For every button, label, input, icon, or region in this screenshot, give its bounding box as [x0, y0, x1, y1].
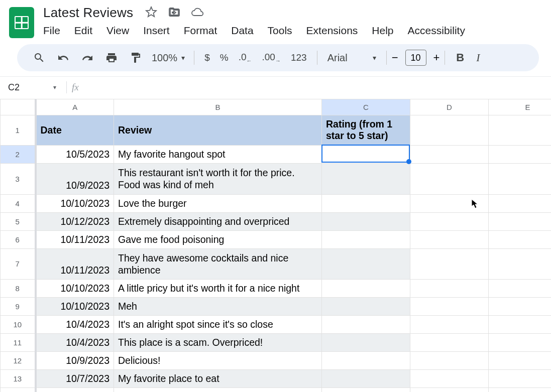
menu-insert[interactable]: Insert — [143, 25, 170, 37]
cell[interactable] — [410, 388, 489, 392]
percent-format-button[interactable]: % — [215, 52, 234, 63]
cell[interactable]: It's an alright spot since it's so close — [114, 316, 322, 334]
menu-tools[interactable]: Tools — [268, 25, 292, 37]
row-header[interactable]: 14 — [1, 388, 36, 392]
cell[interactable] — [322, 298, 410, 316]
cell[interactable] — [410, 115, 489, 146]
cell[interactable]: Love the burger — [114, 194, 322, 212]
cell[interactable]: 10/9/2023 — [36, 163, 114, 194]
row-header[interactable]: 9 — [1, 298, 36, 316]
cell[interactable] — [489, 388, 552, 392]
star-icon[interactable] — [145, 6, 157, 20]
cloud-status-icon[interactable] — [191, 6, 203, 20]
menu-edit[interactable]: Edit — [74, 25, 92, 37]
cell[interactable] — [114, 388, 322, 392]
cell[interactable]: 10/5/2023 — [36, 145, 114, 163]
row-header[interactable]: 1 — [1, 115, 36, 146]
row-header[interactable]: 2 — [1, 145, 36, 163]
cell[interactable] — [410, 352, 489, 370]
menu-view[interactable]: View — [106, 25, 129, 37]
cell[interactable] — [410, 280, 489, 298]
name-box[interactable]: C2▾ — [6, 79, 61, 96]
cell[interactable]: Meh — [114, 298, 322, 316]
cell[interactable] — [489, 280, 552, 298]
cell[interactable] — [489, 230, 552, 248]
cell[interactable] — [489, 115, 552, 146]
cell[interactable] — [322, 145, 410, 163]
row-header[interactable]: 5 — [1, 212, 36, 230]
col-header-B[interactable]: B — [114, 99, 322, 115]
cell[interactable] — [322, 163, 410, 194]
cell[interactable] — [322, 194, 410, 212]
cell[interactable] — [322, 212, 410, 230]
col-header-E[interactable]: E — [489, 99, 552, 115]
cell[interactable]: Delicious! — [114, 352, 322, 370]
cell[interactable]: 10/12/2023 — [36, 212, 114, 230]
cell[interactable]: 10/10/2023 — [36, 298, 114, 316]
cell[interactable]: 10/7/2023 — [36, 370, 114, 388]
cell[interactable]: 10/4/2023 — [36, 316, 114, 334]
cell[interactable] — [36, 388, 114, 392]
increase-decimal-button[interactable]: .00→ — [257, 52, 286, 64]
search-icon[interactable] — [27, 48, 51, 68]
cell[interactable] — [410, 298, 489, 316]
cell[interactable] — [489, 316, 552, 334]
row-header[interactable]: 11 — [1, 334, 36, 352]
row-header[interactable]: 13 — [1, 370, 36, 388]
undo-icon[interactable] — [51, 48, 75, 68]
cell[interactable]: They have awesome cocktails and nice amb… — [114, 248, 322, 280]
cell[interactable] — [322, 352, 410, 370]
menu-file[interactable]: File — [43, 25, 60, 37]
spreadsheet-grid[interactable]: A B C D E 1 Date Review Rating (from 1 s… — [0, 99, 551, 392]
cell[interactable] — [489, 163, 552, 194]
menu-help[interactable]: Help — [372, 25, 393, 37]
cell[interactable]: A little pricy but it's worth it for a n… — [114, 280, 322, 298]
cell[interactable] — [322, 370, 410, 388]
sheets-app-icon[interactable] — [9, 7, 34, 38]
col-header-D[interactable]: D — [410, 99, 489, 115]
redo-icon[interactable] — [75, 48, 99, 68]
cell[interactable] — [410, 163, 489, 194]
row-header[interactable]: 4 — [1, 194, 36, 212]
cell[interactable]: 10/11/2023 — [36, 230, 114, 248]
increase-font-size-button[interactable]: + — [433, 51, 440, 64]
cell[interactable] — [410, 334, 489, 352]
currency-format-button[interactable]: $ — [199, 52, 215, 63]
cell[interactable] — [322, 334, 410, 352]
cell[interactable]: Date — [36, 115, 114, 146]
menu-accessibility[interactable]: Accessibility — [408, 25, 465, 37]
cell[interactable] — [322, 316, 410, 334]
document-title[interactable]: Latest Reviews — [43, 5, 133, 21]
cell[interactable] — [410, 248, 489, 280]
menu-data[interactable]: Data — [231, 25, 253, 37]
cell[interactable] — [410, 316, 489, 334]
cell[interactable] — [489, 194, 552, 212]
cell[interactable] — [489, 145, 552, 163]
cell[interactable] — [410, 194, 489, 212]
cell[interactable]: Review — [114, 115, 322, 146]
decrease-font-size-button[interactable]: − — [392, 51, 398, 64]
cell[interactable] — [489, 370, 552, 388]
row-header[interactable]: 3 — [1, 163, 36, 194]
cell[interactable] — [322, 280, 410, 298]
cell[interactable] — [489, 298, 552, 316]
cell[interactable]: This place is a scam. Overpriced! — [114, 334, 322, 352]
row-header[interactable]: 6 — [1, 230, 36, 248]
cell[interactable]: 10/11/2023 — [36, 248, 114, 280]
col-header-A[interactable]: A — [36, 99, 114, 115]
row-header[interactable]: 12 — [1, 352, 36, 370]
cell[interactable] — [410, 230, 489, 248]
cell[interactable]: Extremely disappointing and overpriced — [114, 212, 322, 230]
cell[interactable] — [489, 248, 552, 280]
font-family-select[interactable]: Arial▾ — [322, 52, 381, 64]
font-size-input[interactable]: 10 — [405, 50, 426, 66]
cell[interactable] — [489, 212, 552, 230]
cell[interactable]: Gave me food poisoning — [114, 230, 322, 248]
more-formats-button[interactable]: 123 — [286, 52, 312, 63]
cell[interactable] — [410, 212, 489, 230]
cell[interactable]: 10/9/2023 — [36, 352, 114, 370]
cell[interactable]: My favorite place to eat — [114, 370, 322, 388]
cell[interactable] — [410, 145, 489, 163]
cell[interactable]: This restaurant isn't worth it for the p… — [114, 163, 322, 194]
menu-extensions[interactable]: Extensions — [306, 25, 358, 37]
